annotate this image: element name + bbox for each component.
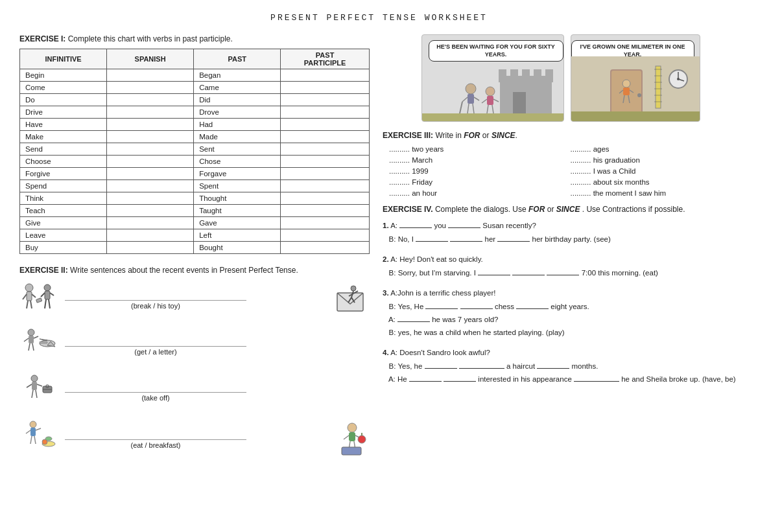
svg-line-32 bbox=[27, 384, 32, 387]
ex3-right-4: .......... the moment I saw him bbox=[571, 189, 739, 197]
ex2-hint-4: (eat / breakfast) bbox=[65, 441, 246, 449]
svg-point-82 bbox=[622, 80, 630, 87]
table-cell: Give bbox=[20, 217, 107, 229]
svg-rect-72 bbox=[487, 96, 493, 105]
exercise4-section: EXERCISE IV. Complete the dialogs. Use F… bbox=[383, 205, 739, 386]
blank bbox=[448, 219, 480, 228]
svg-rect-40 bbox=[30, 428, 36, 436]
table-cell bbox=[281, 156, 370, 168]
svg-line-11 bbox=[49, 299, 50, 308]
table-row: ComeCame bbox=[20, 82, 370, 94]
blank bbox=[397, 313, 430, 322]
svg-line-9 bbox=[50, 293, 54, 295]
svg-line-25 bbox=[32, 343, 34, 351]
blank bbox=[409, 373, 442, 382]
table-cell bbox=[281, 94, 370, 106]
svg-rect-65 bbox=[468, 94, 474, 104]
svg-rect-49 bbox=[349, 432, 355, 441]
svg-rect-12 bbox=[36, 298, 41, 303]
svg-point-48 bbox=[348, 423, 357, 432]
right-column: HE'S BEEN WAITING FOR YOU FOR SIXTY YEAR… bbox=[383, 34, 739, 394]
ex2-line-1 bbox=[65, 290, 246, 301]
ex2-item-2: (get / a letter) bbox=[19, 327, 370, 364]
svg-rect-62 bbox=[545, 69, 553, 82]
ex2-line-2 bbox=[65, 336, 246, 347]
blank bbox=[425, 360, 457, 369]
svg-line-35 bbox=[36, 390, 37, 398]
svg-point-6 bbox=[44, 284, 51, 291]
blank bbox=[460, 300, 493, 309]
table-cell: Buy bbox=[20, 242, 107, 254]
col-spanish: SPANISH bbox=[107, 49, 194, 69]
table-cell bbox=[281, 205, 370, 217]
table-cell: Thought bbox=[194, 192, 281, 205]
table-cell: Forgive bbox=[20, 168, 107, 180]
table-cell: Gave bbox=[194, 217, 281, 229]
ex3-left-1: .......... March bbox=[389, 156, 558, 164]
table-cell bbox=[281, 106, 370, 119]
svg-line-74 bbox=[493, 99, 499, 102]
table-cell bbox=[107, 106, 194, 119]
svg-line-34 bbox=[32, 390, 33, 398]
exercise3-grid: .......... two years .......... ages ...… bbox=[389, 145, 739, 197]
ex2-right-3: (take off) bbox=[65, 382, 370, 402]
svg-rect-60 bbox=[522, 69, 530, 82]
svg-rect-1 bbox=[27, 292, 32, 301]
table-row: LeaveLeft bbox=[20, 229, 370, 242]
svg-line-75 bbox=[487, 105, 488, 113]
verb-table: INFINITIVE SPANISH PAST PASTPARTICIPLE B… bbox=[19, 49, 370, 254]
ex2-right-2: (get / a letter) bbox=[65, 336, 370, 356]
blank bbox=[512, 266, 545, 275]
ex2-item-4: (eat / breakfast) bbox=[19, 419, 370, 459]
table-cell bbox=[107, 192, 194, 205]
svg-line-10 bbox=[45, 299, 46, 308]
blank bbox=[537, 360, 569, 369]
svg-rect-61 bbox=[534, 69, 541, 82]
table-cell bbox=[281, 229, 370, 242]
ex2-hint-3: (take off) bbox=[65, 394, 246, 402]
ex4-dialog-4: 4. A: Doesn't Sandro look awful? B: Yes,… bbox=[383, 347, 739, 386]
svg-line-73 bbox=[482, 99, 487, 103]
table-cell: Did bbox=[194, 94, 281, 106]
table-row: ChooseChose bbox=[20, 156, 370, 168]
svg-rect-31 bbox=[32, 382, 37, 390]
table-row: DriveDrove bbox=[20, 106, 370, 119]
svg-point-0 bbox=[25, 284, 33, 292]
table-cell bbox=[107, 205, 194, 217]
page-title: PRESENT PERFECT TENSE WORKSHEET bbox=[19, 13, 739, 23]
table-cell: Send bbox=[20, 143, 107, 156]
table-cell bbox=[107, 69, 194, 82]
table-cell bbox=[107, 143, 194, 156]
ex3-left-4: .......... an hour bbox=[389, 189, 558, 197]
blank bbox=[416, 233, 448, 242]
ex3-left-2: .......... 1999 bbox=[389, 167, 558, 175]
ex4-dialog-2: 2. A: Hey! Don't eat so quickly. B: Sorr… bbox=[383, 253, 739, 279]
svg-line-4 bbox=[27, 301, 28, 308]
table-cell bbox=[281, 82, 370, 94]
svg-point-81 bbox=[637, 93, 641, 97]
svg-rect-21 bbox=[29, 336, 34, 343]
svg-line-42 bbox=[36, 428, 41, 430]
svg-line-68 bbox=[468, 104, 469, 113]
left-column: EXERCISE I: Complete this chart with ver… bbox=[19, 34, 370, 459]
exercise4-title: EXERCISE IV. Complete the dialogs. Use F… bbox=[383, 205, 739, 214]
svg-rect-99 bbox=[571, 111, 700, 121]
svg-line-70 bbox=[460, 102, 462, 113]
svg-line-8 bbox=[41, 293, 45, 297]
table-cell bbox=[281, 217, 370, 229]
blank bbox=[478, 266, 510, 275]
svg-point-20 bbox=[28, 329, 34, 336]
svg-line-50 bbox=[344, 435, 349, 439]
blank bbox=[497, 233, 530, 242]
svg-point-30 bbox=[31, 375, 38, 382]
table-row: ThinkThought bbox=[20, 192, 370, 205]
svg-line-33 bbox=[37, 384, 42, 386]
col-past-participle: PASTPARTICIPLE bbox=[281, 49, 370, 69]
ex3-left-3: .......... Friday bbox=[389, 178, 558, 186]
svg-line-67 bbox=[474, 97, 479, 100]
table-row: HaveHad bbox=[20, 119, 370, 131]
table-row: GiveGave bbox=[20, 217, 370, 229]
svg-line-5 bbox=[30, 301, 32, 308]
table-cell: Leave bbox=[20, 229, 107, 242]
svg-marker-27 bbox=[40, 339, 47, 340]
